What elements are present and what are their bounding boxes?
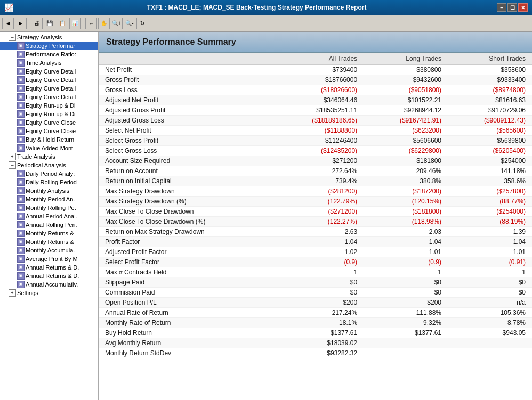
row-value: 1.39 (448, 227, 532, 237)
close-button[interactable]: ✕ (518, 3, 528, 12)
sidebar-item-monthly-returns2[interactable]: ▣Monthly Returns & (0, 238, 98, 246)
row-value: (118.98%) (364, 217, 448, 227)
row-value: $93282.32 (274, 348, 364, 358)
toolbar-btn-zoomin[interactable]: 🔍+ (111, 18, 123, 29)
row-value: $0 (448, 277, 532, 288)
col-header-long: Long Trades (364, 53, 448, 65)
col-header-short: Short Trades (448, 53, 532, 65)
sidebar-item-value-added-mont[interactable]: ▣Value Added Mont (0, 144, 98, 152)
tree-node-icon: ▣ (17, 51, 25, 58)
row-label: Select Profit Factor (99, 257, 274, 267)
minimize-button[interactable]: – (497, 3, 506, 12)
row-label: Max Close To Close Drawdown (%) (99, 217, 274, 227)
table-row: Profit Factor1.041.041.04 (99, 237, 532, 247)
toolbar-btn-copy[interactable]: 📋 (57, 18, 68, 29)
toolbar-btn-back[interactable]: ◄ (2, 18, 14, 29)
sidebar-item-equity-curve-detail2[interactable]: ▣Equity Curve Detail (0, 76, 98, 84)
sidebar-item-settings[interactable]: +Settings (0, 289, 98, 297)
row-value: 1.02 (274, 247, 364, 257)
toolbar-btn-hand[interactable]: ✋ (98, 18, 110, 29)
row-value: 18.1% (274, 318, 364, 328)
sidebar-item-average-profit-by-m[interactable]: ▣Average Profit By M (0, 255, 98, 263)
row-value: ($18189186.65) (274, 116, 364, 126)
tree-expand-icon[interactable]: + (9, 153, 16, 160)
row-value: 105.36% (448, 308, 532, 318)
sidebar-item-annual-returns-d1[interactable]: ▣Annual Returns & D. (0, 263, 98, 272)
row-label: Open Position P/L (99, 298, 274, 308)
tree-expand-icon[interactable]: – (9, 161, 16, 169)
tree-node-icon: ▣ (17, 136, 25, 143)
row-label: Select Net Profit (99, 126, 274, 136)
row-label: Max Strategy Drawdown (%) (99, 197, 274, 207)
sidebar-item-label: Monthly Returns & (26, 230, 74, 236)
tree-expand-icon[interactable]: + (9, 289, 16, 297)
table-row: Select Profit Factor(0.9)(0.9)(0.91) (99, 257, 532, 267)
tree-node-icon: ▣ (17, 238, 25, 246)
sidebar-item-annual-rolling-peri[interactable]: ▣Annual Rolling Peri. (0, 221, 98, 229)
sidebar-item-equity-curve-close2[interactable]: ▣Equity Curve Close (0, 127, 98, 135)
tree-node-icon: ▣ (17, 187, 25, 194)
col-header-label (99, 53, 274, 65)
sidebar-item-equity-curve-close1[interactable]: ▣Equity Curve Close (0, 118, 98, 127)
row-value: $200 (274, 298, 364, 308)
sidebar-item-equity-runup-d2[interactable]: ▣Equity Run-up & Di (0, 110, 98, 118)
row-value: ($6229800) (364, 146, 448, 156)
sidebar-item-label: Performance Ratio: (26, 51, 76, 58)
row-value: 9.32% (364, 318, 448, 328)
row-value: 217.24% (274, 308, 364, 318)
toolbar-btn-refresh[interactable]: ↻ (136, 18, 148, 29)
sidebar-item-label: Annual Returns & D. (26, 264, 79, 271)
sidebar-item-daily-period-analy[interactable]: ▣Daily Period Analy: (0, 169, 98, 178)
sidebar-item-monthly-rolling-pe[interactable]: ▣Monthly Rolling Pe. (0, 203, 98, 212)
row-value: (122.79%) (274, 197, 364, 207)
row-value: $101522.21 (364, 95, 448, 105)
sidebar-item-label: Daily Rolling Period (26, 179, 77, 185)
toolbar-btn-pan[interactable]: ← (85, 18, 97, 29)
row-value: $0 (274, 277, 364, 288)
row-value: $0 (448, 288, 532, 298)
sidebar-item-time-analysis[interactable]: ▣Time Analysis (0, 59, 98, 67)
sidebar-item-buy-hold-return[interactable]: ▣Buy & Hold Return (0, 135, 98, 144)
title-bar: 📈 TXF1 : MACD_LE; MACD_SE Back-Testing S… (0, 0, 532, 15)
sidebar-item-monthly-analysis[interactable]: ▣Monthly Analysis (0, 186, 98, 195)
toolbar-btn-chart[interactable]: 📊 (69, 18, 81, 29)
row-value: $200 (364, 298, 448, 308)
sidebar-item-trade-analysis[interactable]: +Trade Analysis (0, 152, 98, 161)
tree-expand-icon[interactable]: – (9, 34, 16, 41)
row-value: (0.9) (364, 257, 448, 267)
table-row: Max # Contracts Held111 (99, 267, 532, 277)
tree-node-icon: ▣ (17, 281, 25, 288)
table-row: Avg Monthly Return$18039.02 (99, 338, 532, 348)
maximize-button[interactable]: ☐ (507, 3, 517, 12)
sidebar-item-annual-returns-d2[interactable]: ▣Annual Returns & D. (0, 272, 98, 280)
toolbar-btn-print[interactable]: 🖨 (31, 18, 43, 29)
table-row: Open Position P/L$200$200n/a (99, 298, 532, 308)
row-value (448, 348, 532, 358)
sidebar-item-monthly-period-an[interactable]: ▣Monthly Period An. (0, 195, 98, 203)
toolbar-btn-zoomout[interactable]: 🔍- (124, 18, 135, 29)
row-value: ($12435200) (274, 146, 364, 156)
sidebar-item-equity-curve-detail1[interactable]: ▣Equity Curve Detail (0, 67, 98, 76)
row-value: ($271200) (274, 207, 364, 217)
sidebar-item-monthly-returns1[interactable]: ▣Monthly Returns & (0, 229, 98, 238)
toolbar-btn-fwd[interactable]: ► (15, 18, 27, 29)
sidebar-item-strategy-analysis[interactable]: –Strategy Analysis (0, 33, 98, 42)
sidebar-item-periodical-analysis[interactable]: –Periodical Analysis (0, 161, 98, 169)
toolbar-btn-save[interactable]: 💾 (44, 18, 55, 29)
sidebar-item-daily-rolling-period[interactable]: ▣Daily Rolling Period (0, 178, 98, 186)
row-value: $739400 (274, 65, 364, 75)
row-value: $181800 (364, 156, 448, 166)
table-row: Account Size Required$271200$181800$2540… (99, 156, 532, 166)
sidebar-item-equity-runup-d1[interactable]: ▣Equity Run-up & Di (0, 101, 98, 110)
row-label: Adjusted Net Profit (99, 95, 274, 105)
sidebar-item-monthly-accumula[interactable]: ▣Monthly Accumula. (0, 246, 98, 255)
sidebar-item-equity-curve-detail4[interactable]: ▣Equity Curve Detail (0, 93, 98, 101)
row-label: Return on Max Strategy Drawdown (99, 227, 274, 237)
sidebar-item-annual-period-anal[interactable]: ▣Annual Period Anal. (0, 212, 98, 221)
row-value: 2.03 (364, 227, 448, 237)
sidebar-item-strategy-performance[interactable]: ▣Strategy Performar (0, 42, 98, 50)
sidebar-item-annual-accumulative[interactable]: ▣Annual Accumulativ. (0, 280, 98, 289)
row-value: ($8974800) (448, 85, 532, 95)
sidebar-item-equity-curve-detail3[interactable]: ▣Equity Curve Detail (0, 84, 98, 93)
sidebar-item-performance-ratios[interactable]: ▣Performance Ratio: (0, 50, 98, 59)
